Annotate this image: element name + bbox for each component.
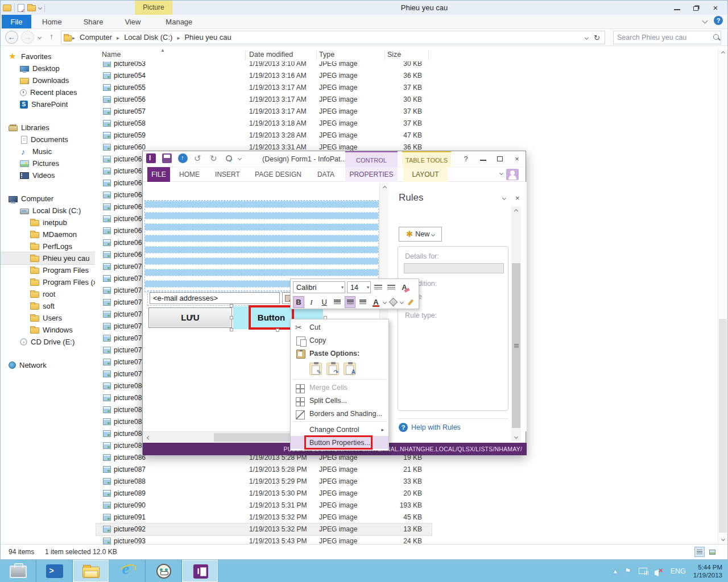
align-right-icon[interactable] — [357, 296, 369, 308]
scroll-up-icon[interactable] — [380, 183, 389, 193]
sidebar-item-soft[interactable]: soft — [1, 300, 95, 312]
undo-icon[interactable] — [194, 153, 204, 163]
form-row-stripe[interactable] — [145, 235, 378, 242]
address-bar[interactable]: ▸Computer▸Local Disk (C:)▸Phieu yeu cau … — [61, 31, 605, 44]
selection-handle[interactable] — [276, 329, 279, 332]
file-row-picture055[interactable]: picture0551/19/2013 3:17 AMJPEG image37 … — [96, 82, 432, 94]
sidebar-item-users[interactable]: Users — [1, 312, 95, 324]
sidebar-item-documents[interactable]: Documents — [1, 134, 95, 146]
sidebar-item-program-files[interactable]: Program Files — [1, 264, 95, 276]
rules-pane-scrollbar[interactable] — [511, 206, 521, 442]
file-row-picture092[interactable]: picture0921/19/2013 5:32 PMJPEG image13 … — [96, 523, 432, 535]
save-icon[interactable] — [162, 153, 172, 163]
scroll-left-icon[interactable] — [144, 433, 153, 443]
address-dropdown-icon[interactable] — [585, 35, 589, 39]
sidebar-item-windows[interactable]: Windows — [1, 324, 95, 336]
close-button[interactable]: × — [510, 152, 524, 165]
font-name-combo[interactable]: Calibri▾ — [293, 281, 345, 293]
ribbon-options-icon[interactable] — [499, 171, 503, 175]
sidebar-item-root[interactable]: root — [1, 288, 95, 300]
menu-item-borders-and-shading[interactable]: Borders and Shading... — [291, 407, 388, 420]
sidebar-item-favorites[interactable]: Favorites — [1, 51, 95, 63]
help-icon[interactable]: ? — [714, 16, 723, 25]
file-row-picture088[interactable]: picture0881/19/2013 5:29 PMJPEG image33 … — [96, 476, 432, 488]
restore-button[interactable] — [686, 1, 706, 15]
file-list-scrollbar[interactable] — [718, 48, 727, 544]
form-row-stripe[interactable] — [145, 269, 378, 276]
breadcrumb-item-local-disk-c[interactable]: Local Disk (C:) — [120, 31, 176, 44]
selection-handle[interactable] — [230, 316, 233, 319]
taskbar-button-server-manager[interactable] — [0, 560, 36, 582]
ribbon-collapse-icon[interactable] — [702, 18, 708, 23]
details-view-button[interactable] — [694, 547, 705, 557]
font-size-combo[interactable]: 14▾ — [347, 281, 371, 293]
quick-publish-icon[interactable] — [178, 153, 188, 163]
sidebar-item-inetpub[interactable]: inetpub — [1, 217, 95, 228]
form-row-stripe[interactable] — [145, 223, 378, 231]
infopath-tab-layout[interactable]: LAYOUT — [403, 167, 448, 182]
thumbnails-view-button[interactable] — [707, 547, 717, 557]
pane-options-icon[interactable] — [502, 196, 506, 200]
minimize-button[interactable] — [475, 152, 490, 165]
menu-item-cut[interactable]: Cut — [291, 321, 388, 334]
chevron-down-icon[interactable] — [400, 300, 404, 304]
column-header-date[interactable]: Date modified — [249, 51, 293, 59]
scrollbar-thumb[interactable] — [512, 263, 520, 428]
taskbar-button-infopath[interactable] — [182, 560, 218, 582]
format-painter-icon[interactable] — [405, 296, 416, 308]
column-header-size[interactable]: Size — [387, 51, 401, 59]
scroll-down-icon[interactable] — [718, 534, 727, 544]
align-center-icon[interactable] — [345, 296, 356, 308]
redo-icon[interactable] — [210, 153, 220, 163]
customize-qat-icon[interactable] — [38, 6, 42, 10]
bold-icon[interactable] — [293, 296, 304, 308]
sidebar-item-mdaemon[interactable]: MDaemon — [1, 228, 95, 240]
font-color-icon[interactable] — [370, 296, 382, 308]
menu-item-split-cells[interactable]: Split Cells... — [291, 394, 388, 407]
increase-indent-icon[interactable] — [386, 281, 397, 293]
clock[interactable]: 5:44 PM 1/19/2013 — [693, 563, 722, 579]
infopath-tab-properties[interactable]: PROPERTIES — [345, 167, 398, 182]
volume-muted-icon[interactable] — [655, 568, 663, 575]
scrollbar-thumb[interactable] — [719, 319, 727, 533]
column-header-name[interactable]: Name — [102, 51, 121, 59]
taskbar-button-remote-app[interactable] — [146, 560, 182, 582]
form-repeating-rows[interactable] — [145, 201, 378, 292]
decrease-indent-icon[interactable] — [373, 281, 384, 293]
search-input[interactable] — [614, 34, 712, 41]
breadcrumb-chevron-icon[interactable]: ▸ — [176, 35, 180, 41]
back-button[interactable]: ← — [5, 31, 18, 44]
paste-keep-source-formatting-icon[interactable]: ✎ — [309, 363, 322, 375]
forward-button[interactable]: → — [21, 31, 34, 44]
form-row-stripe[interactable] — [145, 246, 378, 253]
sidebar-item-music[interactable]: Music — [1, 146, 95, 157]
file-row-picture087[interactable]: picture0871/19/2013 5:28 PMJPEG image21 … — [96, 464, 432, 476]
sidebar-item-cd-drive-e[interactable]: CD Drive (E:) — [1, 336, 95, 348]
menu-item-button-properties[interactable]: Button Properties... — [291, 436, 388, 449]
paste-merge-formatting-icon[interactable]: ↷ — [326, 363, 339, 375]
sidebar-item-program-files-x86[interactable]: Program Files (x86 — [1, 276, 95, 288]
email-addresses-field[interactable]: <e-mail addresses> — [150, 292, 280, 304]
hidden-icons-icon[interactable]: ▴ — [614, 567, 618, 575]
breadcrumb-item-phieu-yeu-cau[interactable]: Phieu yeu cau — [180, 31, 235, 44]
infopath-tab-page-design[interactable]: PAGE DESIGN — [251, 167, 305, 182]
close-button[interactable]: × — [706, 1, 725, 15]
properties-icon[interactable] — [18, 4, 24, 12]
clear-formatting-icon[interactable] — [399, 281, 410, 293]
up-button[interactable]: ↑ — [45, 31, 58, 44]
file-row-picture056[interactable]: picture0561/19/2013 3:17 AMJPEG image30 … — [96, 94, 432, 106]
file-row-picture090[interactable]: picture0901/19/2013 5:31 PMJPEG image193… — [96, 500, 432, 512]
recent-locations-icon[interactable] — [38, 35, 42, 39]
new-rule-button[interactable]: ✱ New — [399, 227, 442, 242]
taskbar-button-internet-explorer[interactable] — [109, 560, 146, 582]
details-for-field[interactable] — [404, 263, 504, 273]
italic-icon[interactable] — [306, 296, 317, 308]
taskbar-button-powershell[interactable] — [36, 560, 73, 582]
help-with-rules-link[interactable]: ? Help with Rules — [399, 423, 461, 432]
button-control-red-highlight[interactable]: Button — [249, 305, 294, 330]
sidebar-item-pictures[interactable]: Pictures — [1, 157, 95, 169]
file-menu-button[interactable]: File — [2, 15, 31, 28]
file-row-picture091[interactable]: picture0911/19/2013 5:32 PMJPEG image45 … — [96, 512, 432, 523]
luu-button-control[interactable]: LƯU — [148, 307, 232, 328]
scroll-down-icon[interactable] — [511, 432, 520, 442]
